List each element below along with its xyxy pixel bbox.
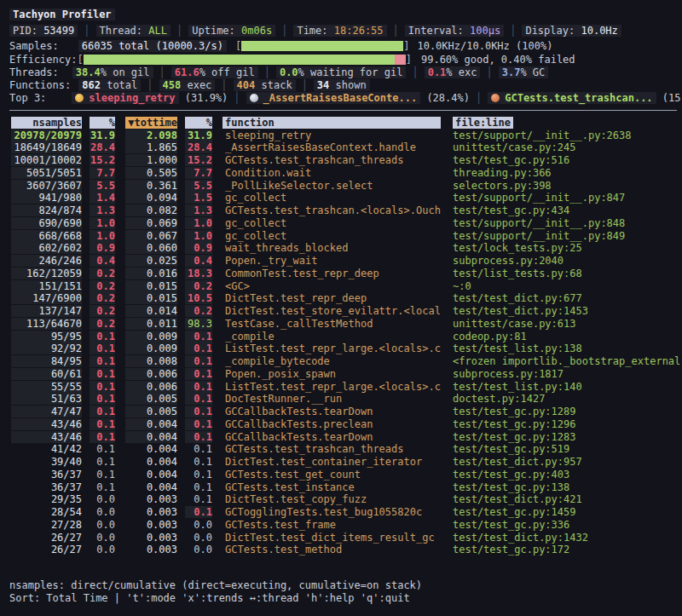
cell-tottime: 0.008 [125, 355, 177, 367]
cell-pct-cumulative: 0.0 [185, 519, 212, 531]
cell-file-line: test/support/__init__.py:849 [453, 230, 682, 242]
cell-file-line: unittest/case.py:613 [453, 318, 682, 330]
cell-file-line: test/test_gc.py:1459 [453, 506, 682, 518]
cell-tottime: 0.014 [125, 305, 177, 317]
cell-function: GCCallbackTests.tearDown [223, 431, 441, 443]
table-row: 824/874 1.3 0.082 1.3 GCTests.test_trash… [9, 204, 682, 217]
cell-pct-cumulative: 0.1 [185, 469, 212, 481]
cell-nsamples: 29/35 [11, 493, 82, 505]
table-row: 690/690 1.0 0.069 1.0 gc_collect test/su… [9, 217, 682, 230]
display-label: Display: [525, 25, 575, 37]
table-row: 84/95 0.1 0.008 0.1 _compile_bytecode <f… [9, 355, 682, 368]
samples-label: Samples: [9, 40, 59, 52]
separator: │ [84, 25, 90, 37]
cell-tottime: 0.009 [125, 343, 177, 354]
cell-nsamples: 137/147 [11, 305, 82, 317]
thread-stat: 3.7% GC [499, 66, 549, 78]
cell-file-line: test/test_dict.py:957 [453, 456, 682, 468]
cell-pct-cumulative: 0.1 [185, 456, 212, 468]
cell-nsamples: 246/246 [11, 255, 82, 267]
separator: │ [510, 25, 516, 37]
thread-stat-unit: % exc [446, 66, 477, 78]
table-body: 20978/20979 31.9 2.098 31.9 sleeping_ret… [9, 129, 682, 556]
cell-pct-direct: 0.1 [90, 368, 115, 380]
cell-nsamples: 27/28 [11, 519, 82, 531]
efficiency-bar-good [84, 55, 395, 65]
table-row: 60/61 0.1 0.006 0.1 Popen._posix_spawn s… [9, 368, 682, 381]
cell-nsamples: 26/27 [11, 532, 82, 544]
cell-tottime: 0.003 [125, 506, 177, 518]
separator: │ [147, 79, 153, 91]
cell-pct-cumulative: 0.1 [185, 431, 212, 443]
thread-stat-value: 0.1 [428, 66, 447, 78]
cell-pct-direct: 0.1 [90, 406, 115, 417]
table-row: 92/92 0.1 0.009 0.1 ListTest.test_repr_l… [9, 343, 682, 355]
thread-stat: 0.0% waiting for gil [276, 66, 407, 78]
cell-function: DictTest.test_dict_items_result_gc [223, 532, 441, 544]
table-row: 162/12059 0.2 0.016 18.3 CommonTest.test… [9, 268, 682, 280]
cell-tottime: 0.067 [125, 230, 177, 242]
cell-function: DictTest.test_repr_deep [223, 292, 441, 304]
cell-function: _compile_bytecode [223, 355, 441, 367]
table-row: 137/147 0.2 0.014 0.2 DictTest.test_stor… [9, 305, 682, 318]
time-value: 18:26:55 [334, 25, 384, 37]
table-row: 27/28 0.0 0.003 0.0 GCTests.test_frame t… [9, 519, 682, 532]
efficiency-bar-close: ] [406, 54, 412, 66]
cell-pct-cumulative: 0.1 [185, 506, 212, 518]
time-label: Time: [297, 25, 327, 37]
table-row: 39/40 0.1 0.004 0.1 DictTest.test_contai… [9, 456, 682, 469]
cell-tottime: 0.016 [125, 268, 177, 279]
cell-function: _AssertRaisesBaseContext.handle [223, 141, 441, 153]
cell-tottime: 0.005 [125, 406, 177, 417]
cell-pct-direct: 0.1 [90, 331, 115, 343]
separator: │ [281, 25, 287, 37]
uptime-segment: Uptime: 0m06s [188, 25, 275, 37]
column-header-tottime-sorted: ▼tottime [125, 117, 177, 129]
efficiency-label: Efficiency: [9, 54, 77, 66]
top3-line: Top 3: sleeping_retry (31.9%)│_AssertRai… [9, 92, 682, 105]
cell-file-line: test/test_gc.py:519 [453, 443, 682, 455]
cell-nsamples: 43/46 [11, 431, 82, 443]
function-stat-unit: stack [255, 79, 292, 91]
cell-pct-direct: 0.2 [90, 292, 115, 304]
uptime-value: 0m06s [241, 25, 272, 37]
cell-pct-cumulative: 7.7 [185, 167, 212, 179]
efficiency-bar-failed [395, 55, 406, 65]
samples-bar-open: [ [235, 40, 241, 52]
thread-segment: Thread: ALL [96, 25, 171, 37]
cell-file-line: test/lock_tests.py:25 [453, 242, 682, 254]
cell-pct-cumulative: 1.3 [185, 204, 212, 216]
cell-pct-direct: 0.2 [90, 318, 115, 330]
thread-stat-unit: % off gil [199, 66, 255, 78]
thread-stat-unit: % GC [520, 66, 545, 78]
time-segment: Time: 18:26:55 [293, 25, 386, 37]
cell-pct-cumulative: 28.4 [185, 141, 212, 153]
cell-pct-direct: 28.4 [90, 141, 115, 153]
cell-tottime: 2.098 [125, 130, 177, 141]
cell-function: sleeping_retry [223, 130, 441, 141]
cell-tottime: 0.015 [125, 280, 177, 292]
cell-nsamples: 5051/5051 [11, 167, 82, 179]
bronze-medal-icon [491, 94, 500, 102]
cell-pct-direct: 0.9 [90, 242, 115, 254]
cell-pct-direct: 1.3 [90, 204, 115, 216]
top3-entry: sleeping_retry [72, 92, 178, 104]
cell-function: DocTestRunner.__run [223, 393, 441, 405]
top3-percentage: (31.9%) [179, 92, 228, 104]
cell-pct-direct: 0.2 [90, 280, 115, 292]
column-header-function: function [223, 117, 441, 129]
cell-tottime: 0.003 [125, 532, 177, 544]
cell-function: GCTests.test_trashcan.<locals>.Ouch.... [223, 204, 441, 216]
cell-pct-direct: 5.5 [90, 180, 115, 192]
cell-nsamples: 20978/20979 [11, 130, 82, 141]
thread-value: ALL [148, 25, 167, 37]
cell-pct-cumulative: 0.0 [185, 544, 212, 556]
table-row: 246/246 0.4 0.025 0.4 Popen._try_wait su… [9, 255, 682, 268]
interval-segment: Interval: 100µs [405, 25, 504, 37]
separator-rule-line [9, 104, 682, 117]
cell-nsamples: 824/874 [11, 204, 82, 216]
cell-function: gc_collect [223, 192, 441, 204]
cell-pct-cumulative: 0.1 [185, 355, 212, 367]
separator: │ [176, 25, 182, 37]
top3-function-name: GCTests.test_trashcan... [505, 92, 652, 104]
